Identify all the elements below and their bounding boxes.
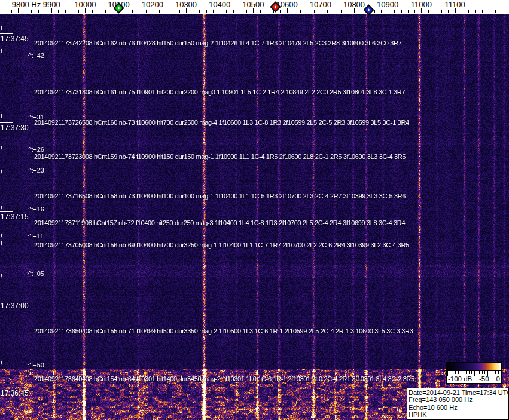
marker-blue-fill — [365, 6, 373, 14]
ruler-tick — [92, 10, 93, 13]
ruler-tick — [193, 10, 193, 13]
ruler-tick — [381, 10, 382, 13]
info-station-code: HPHK — [409, 411, 507, 418]
db-tick — [498, 371, 499, 374]
ruler-tick — [159, 10, 160, 13]
ruler-tick — [126, 10, 126, 13]
ruler-tick — [361, 10, 361, 13]
ruler-tick — [300, 10, 301, 13]
ruler-tick — [213, 10, 214, 13]
time-label-overline — [0, 211, 13, 212]
db-tick — [466, 371, 467, 374]
time-label-overline — [0, 388, 13, 388]
ruler-tick — [374, 10, 375, 13]
info-echo-frequency: Echo=10 600 Hz — [409, 404, 507, 411]
time-label-text: 17:37:45 — [0, 35, 29, 43]
db-tick — [474, 371, 475, 376]
detection-line: 20140921173716508 hCnt158 nb-73 f10400 h… — [34, 192, 406, 200]
db-tick — [450, 371, 450, 374]
frequency-label: 11100 — [444, 0, 465, 9]
ruler-tick — [448, 10, 449, 13]
db-tick — [471, 371, 472, 374]
time-offset-marker: ^t+23 — [28, 167, 44, 174]
ruler-tick — [25, 10, 25, 13]
frequency-label: 11000 — [411, 0, 432, 9]
ruler-tick — [280, 10, 281, 13]
ruler-tick — [206, 10, 207, 13]
db-gradient-bar — [446, 362, 502, 371]
time-label-overline — [0, 301, 13, 301]
time-label: 17:37:00 — [0, 301, 29, 310]
detection-line: 20140921173640408 hCnt154 nb-64 f10301 h… — [34, 375, 414, 382]
time-label: 17:36:45 — [0, 388, 29, 397]
ruler-tick — [348, 10, 348, 13]
frequency-label: 10400 — [209, 0, 230, 9]
ruler-tick — [240, 10, 240, 13]
ruler-tick — [502, 10, 502, 13]
ruler-tick — [31, 10, 32, 13]
ruler-tick — [65, 10, 66, 13]
ruler-tick — [99, 10, 99, 13]
frequency-label: 10200 — [142, 0, 163, 9]
detection-line: 20140921173726508 hCnt160 nb-73 f10600 h… — [34, 119, 409, 126]
db-tick — [495, 371, 496, 374]
db-tick — [501, 371, 501, 376]
db-tick — [477, 371, 477, 374]
ruler-tick — [314, 10, 315, 13]
db-tick — [493, 371, 493, 374]
time-label-text: 17:36:45 — [0, 389, 29, 397]
info-frequency: Freq=143 050 000 Hz — [409, 396, 507, 403]
ruler-tick — [260, 10, 261, 13]
time-offset-marker: ^t+16 — [28, 206, 44, 213]
db-tick — [469, 371, 470, 374]
time-label-overline — [0, 122, 13, 123]
ruler-tick — [139, 10, 139, 13]
time-offset-marker: ^t+31 — [28, 114, 44, 121]
spectrogram-window: 9800 Hz990010000101001020010300104001050… — [0, 0, 509, 420]
time-offset-marker: ^t+26 — [28, 146, 44, 153]
ruler-tick — [267, 10, 267, 13]
ruler-tick — [475, 10, 476, 13]
marker-red-fill — [272, 3, 279, 11]
ruler-tick — [408, 10, 409, 13]
spectrogram-canvas — [0, 14, 509, 420]
ruler-tick — [199, 10, 200, 13]
ruler-tick — [462, 10, 462, 13]
ruler-tick — [334, 10, 334, 13]
marker-green-core — [117, 7, 120, 9]
detection-line: 20140921173650408 hCnt155 nb-71 f10499 h… — [34, 327, 413, 335]
ruler-tick — [38, 10, 39, 13]
time-offset-marker: ^t+05 — [28, 270, 44, 277]
time-label: 17:37:30 — [0, 122, 29, 132]
frequency-label: 9900 — [43, 0, 60, 9]
ruler-tick — [78, 10, 79, 13]
detection-line: 20140921173742208 hCnt162 nb-76 f10428 h… — [34, 39, 401, 47]
time-label-overline — [0, 33, 13, 34]
ruler-tick — [226, 10, 227, 13]
db-scale-ruler: -100 dB -50 0 — [446, 371, 502, 384]
ruler-tick — [45, 10, 45, 13]
db-tick — [484, 371, 485, 374]
frequency-label: 10000 — [74, 0, 96, 9]
ruler-tick — [112, 10, 112, 13]
frequency-label: 10500 — [242, 0, 264, 9]
detection-line: 20140921173711908 hCnt157 nb-72 f10400 h… — [34, 219, 405, 226]
ruler-tick — [72, 10, 72, 13]
time-label: 17:37:45 — [0, 33, 29, 43]
ruler-tick — [166, 10, 166, 13]
ruler-tick — [468, 10, 469, 13]
marker-green-fill — [115, 4, 123, 12]
ruler-tick — [441, 10, 442, 13]
ruler-tick — [428, 10, 429, 13]
frequency-label: 10900 — [377, 0, 398, 9]
ruler-tick — [105, 10, 106, 13]
ruler-tick — [294, 10, 294, 13]
time-label-text: 17:37:30 — [0, 124, 29, 132]
ruler-tick — [341, 10, 342, 13]
ruler-tick — [435, 10, 435, 13]
ruler-tick — [5, 10, 5, 13]
detection-line: 20140921173731808 hCnt161 nb-75 f10901 h… — [34, 88, 405, 96]
ruler-tick — [179, 10, 180, 13]
db-tick — [479, 371, 480, 374]
status-info-box: Date=2014-09-21 Time=17:34 UTC Freq=143 … — [407, 388, 509, 420]
